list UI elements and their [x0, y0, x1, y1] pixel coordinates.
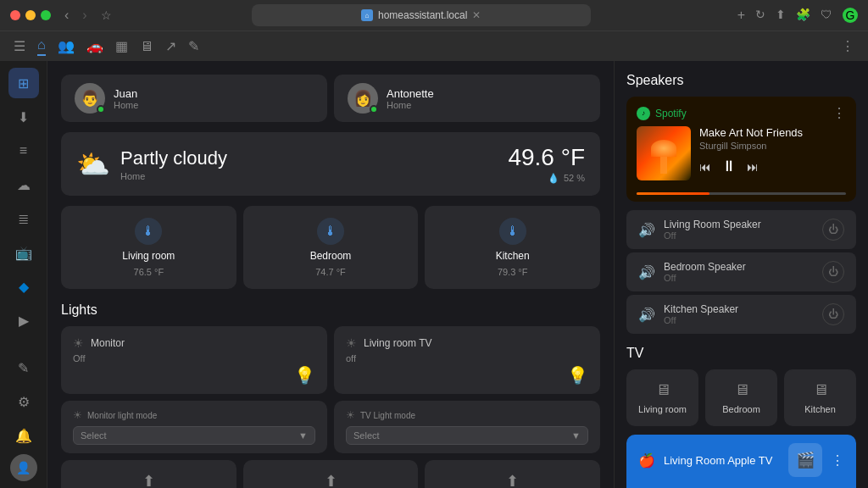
spotify-more-button[interactable]: ⋮: [832, 105, 846, 121]
sidebar-item-list[interactable]: ≡: [8, 136, 39, 166]
thermostat-bedroom[interactable]: 🌡 Bedroom 74.7 °F: [243, 206, 419, 289]
tv-card-living[interactable]: 🖥 Living room: [626, 369, 698, 426]
profile-icon[interactable]: G: [843, 8, 858, 23]
speaker-power-0[interactable]: ⏻: [822, 219, 844, 241]
edit-toolbar-icon[interactable]: ✎: [188, 38, 199, 54]
scene-card-bedroom[interactable]: ⬆ Bedroom: [425, 460, 600, 488]
tv-card-kitchen[interactable]: 🖥 Kitchen: [784, 369, 856, 426]
spotify-brand: ♪ Spotify: [637, 107, 687, 120]
light-icon-1: ☀: [346, 336, 357, 350]
user-avatar-sidebar[interactable]: 👤: [10, 454, 37, 481]
back-button[interactable]: ‹: [64, 8, 69, 23]
sidebar-item-cloud[interactable]: ☁: [8, 169, 39, 200]
weather-humidity: 💧 52 %: [508, 173, 585, 184]
address-bar[interactable]: ⌂ homeassistant.local ✕: [252, 4, 591, 26]
thermostat-room-1: Bedroom: [310, 250, 352, 262]
sidebar-item-edit[interactable]: ✎: [8, 352, 39, 383]
appletv-more-button[interactable]: ⋮: [831, 452, 844, 469]
mode-card-header-1: ☀ TV Light mode: [346, 409, 588, 421]
speaker-item-kitchen: 🔊 Kitchen Speaker Off ⏻: [626, 295, 856, 334]
weather-condition: Partly cloudy: [120, 147, 508, 169]
sidebar-item-layers[interactable]: ≣: [8, 203, 39, 234]
share-icon[interactable]: ⬆: [776, 8, 786, 23]
light-icon-0: ☀: [73, 336, 84, 350]
close-button[interactable]: [10, 10, 20, 20]
spotify-progress-fill: [637, 192, 709, 195]
mode-icon-1: ☀: [346, 409, 355, 421]
mode-label-0: Monitor light mode: [87, 411, 157, 420]
speaker-power-2[interactable]: ⏻: [822, 303, 844, 325]
maximize-button[interactable]: [41, 10, 51, 20]
spotify-label: Spotify: [655, 108, 687, 119]
speaker-icon-1: 🔊: [638, 264, 655, 280]
sidebar-item-inbox[interactable]: ⬇: [8, 102, 39, 132]
shield-icon[interactable]: 🛡: [821, 8, 832, 23]
humidity-icon: 💧: [548, 173, 559, 183]
tv-room-1: Bedroom: [722, 404, 760, 414]
home-toolbar-icon[interactable]: ⌂: [37, 37, 46, 56]
speaker-power-1[interactable]: ⏻: [822, 261, 844, 283]
speaker-name-1: Bedroom Speaker: [664, 261, 814, 273]
light-card-livingroom-tv[interactable]: ☀ Living room TV off 💡: [334, 326, 600, 394]
sidebar-item-settings[interactable]: ⚙: [8, 386, 39, 417]
next-button[interactable]: ⏭: [747, 160, 759, 174]
display-toolbar-icon[interactable]: 🖥: [140, 39, 153, 54]
thermostat-living-room[interactable]: 🌡 Living room 76.5 °F: [61, 206, 236, 289]
mode-card-tv: ☀ TV Light mode Select ▼: [334, 401, 600, 453]
light-name-1: Living room TV: [364, 337, 431, 349]
user-status-dot-antonette: [370, 105, 378, 114]
user-card-antonette[interactable]: 👩 Antonette Home: [334, 75, 600, 122]
spotify-content: Make Art Not Friends Sturgill Simpson ⏮ …: [626, 126, 856, 189]
refresh-icon[interactable]: ↻: [755, 8, 765, 23]
user-card-juan[interactable]: 👨 Juan Home: [61, 75, 327, 122]
select-chevron-0: ▼: [298, 430, 308, 441]
mode-select-0[interactable]: Select ▼: [73, 426, 315, 445]
track-title: Make Art Not Friends: [699, 126, 846, 139]
light-card-monitor[interactable]: ☀ Monitor Off 💡: [61, 326, 327, 394]
pause-button[interactable]: ⏸: [721, 158, 737, 175]
spotify-progress-bar-container[interactable]: [637, 192, 846, 195]
spotify-logo: ♪: [637, 107, 650, 120]
scene-card-desk[interactable]: ⬆ Desk: [61, 460, 236, 488]
browser-titlebar: ‹ › ☆ ⌂ homeassistant.local ✕ + ↻ ⬆ 🧩 🛡 …: [0, 0, 868, 30]
menu-icon[interactable]: ☰: [14, 38, 25, 54]
appletv-film-icon[interactable]: 🎬: [788, 443, 822, 477]
scene-icon-1: ⬆: [325, 472, 337, 488]
sidebar-item-dashboard[interactable]: ⊞: [8, 68, 39, 98]
tv-room-2: Kitchen: [804, 404, 836, 414]
speaker-name-0: Living Room Speaker: [664, 219, 814, 230]
extensions-icon[interactable]: 🧩: [796, 8, 810, 23]
minimize-button[interactable]: [25, 10, 36, 20]
ssl-icon: ✕: [472, 9, 481, 21]
light-card-header-tv: ☀ Living room TV: [346, 336, 588, 350]
user-status-dot-juan: [97, 105, 105, 114]
sidebar-item-play[interactable]: ▶: [8, 305, 39, 336]
spotify-card: ♪ Spotify ⋮ Make Art Not Friends Sturgil…: [626, 97, 856, 202]
tv-icon-2: 🖥: [813, 381, 828, 399]
thermostat-temp-1: 74.7 °F: [315, 267, 346, 277]
apple-logo-icon: 🍎: [638, 452, 655, 469]
grid-toolbar-icon[interactable]: ▦: [115, 38, 128, 54]
site-icon: ⌂: [361, 9, 373, 21]
user-location-juan: Home: [114, 100, 138, 110]
sidebar-item-media[interactable]: 📺: [8, 237, 39, 268]
bookmark-icon[interactable]: ☆: [101, 8, 112, 22]
user-info-juan: Juan Home: [114, 87, 138, 110]
weather-card[interactable]: ⛅ Partly cloudy Home 49.6 °F 💧 52 %: [61, 132, 600, 196]
car-toolbar-icon[interactable]: 🚗: [86, 38, 103, 54]
forward-button[interactable]: ›: [82, 8, 86, 23]
appletv-card: 🍎 Living Room Apple TV 🎬 ⋮ ⏻ 📱: [626, 435, 856, 488]
more-toolbar-icon[interactable]: ⋮: [841, 38, 854, 54]
sidebar-item-notifications[interactable]: 🔔: [8, 420, 39, 451]
prev-button[interactable]: ⏮: [699, 160, 711, 174]
thermostat-temp-0: 76.5 °F: [134, 267, 164, 277]
mode-select-1[interactable]: Select ▼: [346, 426, 588, 445]
people-toolbar-icon[interactable]: 👥: [58, 38, 75, 54]
automation-toolbar-icon[interactable]: ↗: [165, 38, 176, 54]
scene-card-living-room[interactable]: ⬆ Living room: [243, 460, 419, 488]
add-tab-icon[interactable]: +: [737, 8, 745, 23]
thermostat-icon-2: 🌡: [499, 218, 526, 245]
thermostat-kitchen[interactable]: 🌡 Kitchen 79.3 °F: [425, 206, 600, 289]
tv-card-bedroom[interactable]: 🖥 Bedroom: [705, 369, 777, 426]
sidebar-item-vscode[interactable]: ◆: [8, 271, 39, 302]
